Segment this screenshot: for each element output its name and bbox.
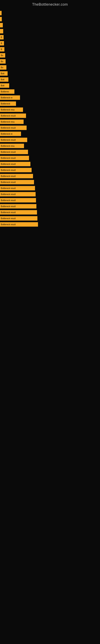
bar-text: Bottleneck result bbox=[1, 205, 16, 208]
bar-text: Bottleneck result bbox=[1, 224, 16, 226]
bar-text: Bottleneck result bbox=[1, 127, 16, 129]
bar-row: Bottleneck result bbox=[0, 222, 100, 227]
bar-row: Bo bbox=[0, 52, 100, 58]
bar-row: B bbox=[0, 46, 100, 52]
bar-text: Bottleneck result bbox=[1, 175, 16, 177]
bar-row: Bottleneck re bbox=[0, 95, 100, 100]
bars-container: BBBBoBoBoBottBottBottBottlenecBottleneck… bbox=[0, 8, 100, 230]
bar-row: Bottleneck result bbox=[0, 149, 100, 155]
bar-row: Bottleneck result bbox=[0, 137, 100, 143]
bar-text: Bott bbox=[1, 78, 4, 81]
bar-row: Bottleneck resu bbox=[0, 143, 100, 149]
bar-row: Bottleneck resu bbox=[0, 107, 100, 112]
bar-text: Bottleneck result bbox=[1, 151, 16, 153]
bar-row: B bbox=[0, 34, 100, 40]
bar-row: B bbox=[0, 40, 100, 46]
site-title: TheBottlenecker.com bbox=[0, 0, 100, 8]
bar-text: B bbox=[1, 36, 2, 38]
bar-row: Bottleneck bbox=[0, 101, 100, 106]
bar-text: Bottleneck result bbox=[1, 181, 16, 183]
bar-row: Bottleneck result bbox=[0, 185, 100, 191]
bar-text: Bottleneck resu bbox=[1, 109, 15, 111]
bar-text: Bottleneck bbox=[1, 103, 10, 105]
bar-row: Bottleneck result bbox=[0, 167, 100, 173]
bar-row: Bott bbox=[0, 71, 100, 76]
bar-row bbox=[0, 10, 100, 16]
bar-row: Bottleneck result bbox=[0, 161, 100, 167]
bar-row: Bottleneck result bbox=[0, 192, 100, 197]
bar-text: Bottleneck re bbox=[1, 96, 12, 99]
bar-row: Bott bbox=[0, 83, 100, 88]
bar-row: Bottleneck result bbox=[0, 198, 100, 203]
bar-text: Bottleneck result bbox=[1, 169, 16, 171]
bar-text: Bottleneck result bbox=[1, 157, 16, 159]
bar-text: Bottleneck resu bbox=[1, 121, 15, 123]
bar-text: Bottlenec bbox=[1, 90, 9, 93]
bar-text: B bbox=[1, 48, 2, 50]
bar-text: Bo bbox=[1, 66, 3, 69]
bar-text: Bottleneck result bbox=[1, 199, 16, 202]
bar-row: Bottleneck result bbox=[0, 216, 100, 221]
bar-row: Bottleneck result bbox=[0, 210, 100, 215]
bar-text: Bottleneck result bbox=[1, 163, 16, 165]
bar-row: Bottleneck result bbox=[0, 155, 100, 161]
bar-row: Bo bbox=[0, 64, 100, 70]
bar-row: Bo bbox=[0, 58, 100, 64]
bar-text: Bottleneck result bbox=[1, 211, 16, 214]
bar-text: Bottleneck result bbox=[1, 187, 16, 190]
bar-row: Bottleneck re bbox=[0, 131, 100, 137]
bar-row bbox=[0, 16, 100, 22]
bar-text: B bbox=[1, 42, 2, 44]
bar-row bbox=[0, 22, 100, 28]
bar-text: Bottleneck result bbox=[1, 115, 16, 117]
bar-row bbox=[0, 28, 100, 34]
bar-row: Bottleneck result bbox=[0, 125, 100, 130]
bar-row: Bott bbox=[0, 77, 100, 82]
bar-text: Bottleneck result bbox=[1, 193, 16, 196]
bar-row: Bottleneck resu bbox=[0, 119, 100, 124]
bar-text: Bo bbox=[1, 54, 3, 56]
bar-text: Bottleneck result bbox=[1, 139, 16, 141]
bar-row: Bottlenec bbox=[0, 89, 100, 94]
bar-text: Bo bbox=[1, 60, 3, 62]
bar-text: Bottleneck result bbox=[1, 217, 16, 220]
bar-text: Bottleneck resu bbox=[1, 145, 15, 147]
bar-text: Bottleneck re bbox=[1, 133, 12, 135]
bar-row: Bottleneck result bbox=[0, 204, 100, 209]
bar-row: Bottleneck result bbox=[0, 113, 100, 118]
bar-text: Bott bbox=[1, 84, 4, 87]
bar-row: Bottleneck result bbox=[0, 173, 100, 179]
bar-text: Bott bbox=[1, 72, 4, 75]
bar-row: Bottleneck result bbox=[0, 179, 100, 185]
